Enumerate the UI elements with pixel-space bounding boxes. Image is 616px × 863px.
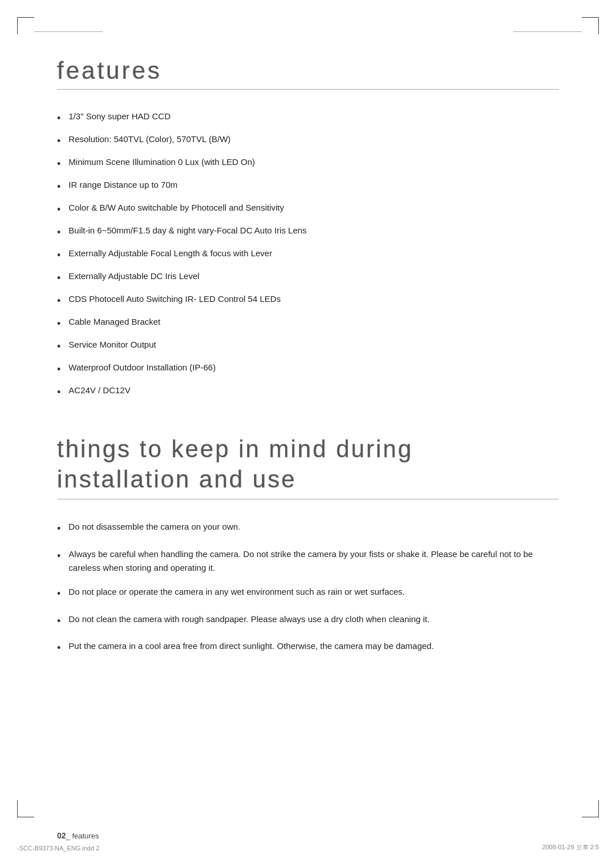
feature-text: Color & B/W Auto switchable by Photocell… — [68, 201, 284, 215]
list-item: •Resolution: 540TVL (Color), 570TVL (B/W… — [57, 133, 559, 149]
feature-text: Resolution: 540TVL (Color), 570TVL (B/W) — [68, 133, 230, 146]
bullet-icon: • — [57, 385, 60, 400]
feature-text: Minimum Scene Illumination 0 Lux (with L… — [68, 156, 255, 169]
feature-text: 1/3" Sony super HAD CCD — [68, 110, 171, 123]
page-number: 02 — [57, 831, 66, 840]
thing-text: Do not disassemble the camera on your ow… — [68, 520, 559, 534]
list-item: •Put the camera in a cool area free from… — [57, 639, 559, 656]
bullet-icon: • — [57, 362, 60, 377]
features-title: features — [57, 57, 559, 90]
features-list: •1/3" Sony super HAD CCD•Resolution: 540… — [57, 110, 559, 400]
top-line-right — [513, 31, 582, 32]
thing-text: Do not place or operate the camera in an… — [68, 585, 559, 599]
feature-text: Waterproof Outdoor Installation (IP-66) — [68, 361, 216, 374]
list-item: •Service Monitor Output — [57, 338, 559, 354]
feature-text: Cable Managed Bracket — [68, 316, 160, 329]
bullet-icon: • — [57, 293, 60, 309]
page-footer: 02_ features — [57, 831, 559, 840]
list-item: •1/3" Sony super HAD CCD — [57, 110, 559, 126]
corner-mark-bottom-left — [17, 800, 34, 817]
things-title: things to keep in mind during installati… — [57, 434, 559, 499]
thing-text: Do not clean the camera with rough sandp… — [68, 612, 559, 626]
list-item: •IR range Distance up to 70m — [57, 179, 559, 195]
feature-text: AC24V / DC12V — [68, 384, 130, 397]
list-item: •Cable Managed Bracket — [57, 316, 559, 332]
list-item: •CDS Photocell Auto Switching IR- LED Co… — [57, 293, 559, 309]
feature-text: Externally Adjustable DC Iris Level — [68, 270, 199, 283]
list-item: •Waterproof Outdoor Installation (IP-66) — [57, 361, 559, 377]
bullet-icon: • — [57, 156, 60, 172]
bullet-icon: • — [57, 225, 60, 240]
list-item: •Always be careful when handling the cam… — [57, 547, 559, 575]
list-item: •Externally Adjustable Focal Length & fo… — [57, 247, 559, 263]
list-item: •Externally Adjustable DC Iris Level — [57, 270, 559, 286]
page-label: _ features — [66, 832, 99, 840]
top-line-left — [34, 31, 103, 32]
feature-text: Service Monitor Output — [68, 338, 156, 352]
feature-text: Externally Adjustable Focal Length & foc… — [68, 247, 272, 260]
list-item: •Do not clean the camera with rough sand… — [57, 612, 559, 630]
bullet-icon: • — [57, 586, 60, 602]
things-list: •Do not disassemble the camera on your o… — [57, 520, 559, 656]
corner-mark-top-left — [17, 17, 34, 34]
footer-date: 2008-01-29 오후 2:5 — [542, 843, 599, 852]
bullet-icon: • — [57, 316, 60, 332]
bullet-icon: • — [57, 521, 60, 537]
bullet-icon: • — [57, 111, 60, 126]
bullet-icon: • — [57, 248, 60, 263]
corner-mark-bottom-right — [582, 800, 599, 817]
page-footer-left: 02_ features — [57, 831, 99, 840]
feature-text: CDS Photocell Auto Switching IR- LED Con… — [68, 293, 281, 306]
list-item: •Built-in 6~50mm/F1.5 day & night vary-F… — [57, 224, 559, 240]
bullet-icon: • — [57, 179, 60, 195]
thing-text: Always be careful when handling the came… — [68, 547, 559, 575]
footer-filename: -SCC-B9373-NA_ENG.indd 2 — [17, 845, 99, 852]
list-item: •Do not place or operate the camera in a… — [57, 585, 559, 602]
bullet-icon: • — [57, 548, 60, 564]
bullet-icon: • — [57, 339, 60, 354]
bullet-icon: • — [57, 640, 60, 656]
page-container: features •1/3" Sony super HAD CCD•Resolu… — [0, 0, 616, 863]
corner-mark-top-right — [582, 17, 599, 34]
bullet-icon: • — [57, 202, 60, 217]
feature-text: Built-in 6~50mm/F1.5 day & night vary-Fo… — [68, 224, 306, 237]
list-item: •Do not disassemble the camera on your o… — [57, 520, 559, 537]
list-item: •AC24V / DC12V — [57, 384, 559, 400]
features-section: features •1/3" Sony super HAD CCD•Resolu… — [57, 57, 559, 400]
list-item: •Minimum Scene Illumination 0 Lux (with … — [57, 156, 559, 172]
feature-text: IR range Distance up to 70m — [68, 179, 177, 192]
bullet-icon: • — [57, 134, 60, 149]
things-section: things to keep in mind during installati… — [57, 434, 559, 656]
bullet-icon: • — [57, 613, 60, 630]
list-item: •Color & B/W Auto switchable by Photocel… — [57, 201, 559, 217]
bullet-icon: • — [57, 271, 60, 286]
thing-text: Put the camera in a cool area free from … — [68, 639, 559, 653]
things-title-line2: installation and use — [57, 466, 297, 493]
things-title-line1: things to keep in mind during — [57, 435, 413, 462]
